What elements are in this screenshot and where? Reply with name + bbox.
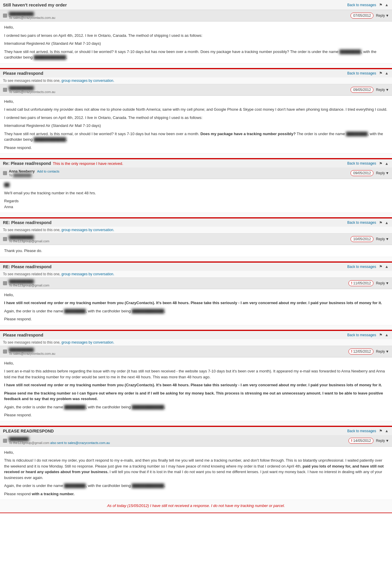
bookmark-icon-4[interactable]: ⚑ — [378, 220, 383, 225]
email-section-3: Re: Please read/respond This is the only… — [0, 159, 392, 218]
reply-btn-6[interactable]: Reply ▼ — [376, 349, 389, 354]
sender-to-3: To ████████ — [9, 173, 59, 177]
back-to-messages-3[interactable]: Back to messages — [347, 161, 376, 165]
message-3-header: Anna Newberry Add to contacts To ███████… — [0, 168, 392, 179]
reply-btn-5[interactable]: Reply ▼ — [376, 281, 389, 285]
arrow-up-icon-2[interactable]: ▲ — [384, 71, 389, 76]
arrow-up-icon-4[interactable]: ▲ — [384, 220, 389, 225]
sender-name-1: ██████████ — [9, 12, 55, 16]
group-messages-link-2[interactable]: group messages by conversation. — [62, 79, 114, 83]
bookmark-icon-2[interactable]: ⚑ — [378, 71, 383, 76]
avatar-7 — [3, 439, 7, 443]
message-5: ██████████ To the123group@gmail.com ! 11… — [0, 278, 392, 330]
email-section-4: RE: Please read/respond Back to messages… — [0, 218, 392, 262]
message-7: ████████ To the123group@gmail.com also s… — [0, 435, 392, 513]
sender-to-2: To sales@crazycontacts.com.au — [9, 90, 55, 94]
date-badge-3: 09/05/2012 — [351, 170, 373, 176]
header-icons-1: ⚑ ▲ — [378, 3, 389, 7]
section2-header-right: Back to messages ⚑ ▲ — [347, 71, 389, 76]
add-to-contacts-3[interactable]: Add to contacts — [37, 170, 59, 173]
email-section-1: Still haven't received my order Back to … — [0, 0, 392, 69]
reply-btn-2[interactable]: Reply ▼ — [376, 88, 389, 92]
section3-red-suffix: This is the only response I have receive… — [53, 161, 123, 166]
message-7-sender: ████████ To the123group@gmail.com also s… — [3, 437, 110, 445]
sender-to-7: To the123group@gmail.com also sent to sa… — [9, 441, 110, 445]
section3-header: Re: Please read/respond This is the only… — [0, 159, 392, 168]
sender-to-5: To the123group@gmail.com — [9, 284, 49, 287]
header-icons-5: ⚑ ▲ — [378, 264, 389, 269]
section6-header-right: Back to messages ⚑ ▲ — [347, 333, 389, 337]
message-1-body: Hello, I ordered two pairs of lenses on … — [0, 21, 392, 63]
arrow-up-icon-3[interactable]: ▲ — [384, 161, 389, 166]
section2-title: Please read/respond — [3, 71, 347, 76]
message-2-header: ██████████ To sales@crazycontacts.com.au… — [0, 84, 392, 96]
arrow-up-icon-5[interactable]: ▲ — [384, 264, 389, 269]
message-6-right: ! 12/05/2012 Reply ▼ — [348, 349, 389, 354]
section3-header-right: Back to messages ⚑ ▲ — [347, 161, 389, 166]
bookmark-icon-5[interactable]: ⚑ — [378, 264, 383, 269]
reply-btn-3[interactable]: Reply ▼ — [376, 171, 389, 175]
back-to-messages-4[interactable]: Back to messages — [347, 221, 376, 225]
message-3-right: 09/05/2012 Reply ▼ — [351, 170, 389, 176]
message-2-sender: ██████████ To sales@crazycontacts.com.au — [3, 86, 55, 94]
section5-header-right: Back to messages ⚑ ▲ — [347, 264, 389, 269]
message-4-sender: ██████████ To the123group@gmail.com — [3, 235, 49, 243]
section1-header-right: Back to messages ⚑ ▲ — [347, 3, 389, 7]
section7-p3: Again, the order is under the name █████… — [4, 483, 388, 489]
message-1-header: ██████████ To sales@crazycontacts.com.au… — [0, 10, 392, 21]
section7-p1: Hello, — [4, 450, 388, 455]
message-4-header: ██████████ To the123group@gmail.com 10/0… — [0, 233, 392, 245]
message-6-header: ██████████ To sales@crazycontacts.com.au… — [0, 346, 392, 357]
reply-btn-1[interactable]: Reply ▼ — [376, 14, 389, 18]
message-3-sender: Anna Newberry Add to contacts To ███████… — [3, 169, 59, 177]
message-1: ██████████ To sales@crazycontacts.com.au… — [0, 10, 392, 68]
back-to-messages-1[interactable]: Back to messages — [347, 3, 376, 7]
message-6-sender: ██████████ To sales@crazycontacts.com.au — [3, 348, 55, 355]
message-6: ██████████ To sales@crazycontacts.com.au… — [0, 346, 392, 426]
back-to-messages-5[interactable]: Back to messages — [347, 265, 376, 269]
arrow-up-icon[interactable]: ▲ — [384, 3, 389, 7]
arrow-up-icon-7[interactable]: ▲ — [384, 429, 389, 433]
back-to-messages-6[interactable]: Back to messages — [347, 333, 376, 337]
email-section-2: Please read/respond Back to messages ⚑ ▲… — [0, 69, 392, 159]
back-to-messages-7[interactable]: Back to messages — [347, 429, 376, 433]
avatar-3 — [3, 171, 7, 175]
bookmark-icon[interactable]: ⚑ — [378, 3, 383, 7]
reply-btn-7[interactable]: Reply ▼ — [376, 439, 389, 443]
bookmark-icon-6[interactable]: ⚑ — [378, 333, 383, 337]
message-7-header: ████████ To the123group@gmail.com also s… — [0, 435, 392, 447]
group-messages-link-5[interactable]: group messages by conversation. — [62, 272, 114, 276]
message-6-body: Hello, I sent an e-mail to this address … — [0, 357, 392, 421]
message-1-footer — [0, 63, 392, 68]
message-4: ██████████ To the123group@gmail.com 10/0… — [0, 233, 392, 261]
sender-info-6: ██████████ To sales@crazycontacts.com.au — [9, 348, 55, 355]
bookmark-icon-7[interactable]: ⚑ — [378, 429, 383, 433]
arrow-up-icon-6[interactable]: ▲ — [384, 333, 389, 337]
message-2-body: Hello, I would call but unfortunately my… — [0, 96, 392, 154]
section5-header: RE: Please read/respond Back to messages… — [0, 262, 392, 271]
group-messages-link-4[interactable]: group messages by conversation. — [62, 228, 114, 232]
sender-info-4: ██████████ To the123group@gmail.com — [9, 235, 49, 243]
back-to-messages-2[interactable]: Back to messages — [347, 71, 376, 75]
sender-name-3: Anna Newberry — [9, 169, 35, 173]
message-1-right: 07/05/2012 Reply ▼ — [351, 13, 389, 19]
sender-info-7: ████████ To the123group@gmail.com also s… — [9, 437, 110, 445]
group-messages-link-6[interactable]: group messages by conversation. — [62, 340, 114, 344]
avatar-1 — [3, 14, 7, 18]
message-2-footer — [0, 153, 392, 158]
bookmark-icon-3[interactable]: ⚑ — [378, 161, 383, 166]
message-3-body: ██ We'll email you the tracking number i… — [0, 179, 392, 213]
final-red-text: As of today (15/05/2012) I have still no… — [3, 501, 389, 511]
message-1-sender: ██████████ To sales@crazycontacts.com.au — [3, 12, 55, 19]
message-5-footer — [0, 325, 392, 330]
section4-header: RE: Please read/respond Back to messages… — [0, 218, 392, 227]
avatar-2 — [3, 88, 7, 92]
reply-btn-4[interactable]: Reply ▼ — [376, 237, 389, 241]
header-icons-2: ⚑ ▲ — [378, 71, 389, 76]
sender-to-6: To sales@crazycontacts.com.au — [9, 352, 55, 355]
section7-header: PLEASE READ/RESPOND Back to messages ⚑ ▲ — [0, 426, 392, 435]
sender-info-1: ██████████ To sales@crazycontacts.com.au — [9, 12, 55, 19]
date-badge-6: ! 12/05/2012 — [348, 349, 373, 354]
header-icons-7: ⚑ ▲ — [378, 429, 389, 433]
message-5-right: ! 11/05/2012 Reply ▼ — [348, 280, 389, 286]
